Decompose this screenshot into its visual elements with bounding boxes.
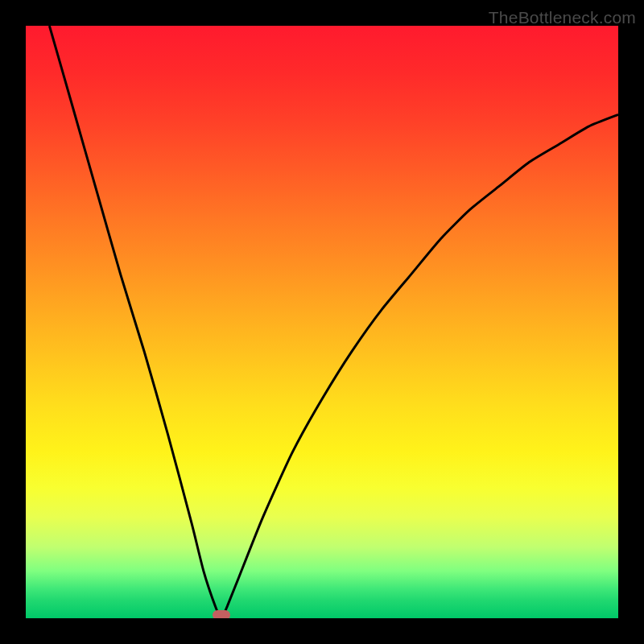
chart-plot-area [26,26,618,618]
minimum-point-marker [213,610,230,618]
bottleneck-curve [26,26,618,618]
watermark-text: TheBottleneck.com [489,8,636,27]
